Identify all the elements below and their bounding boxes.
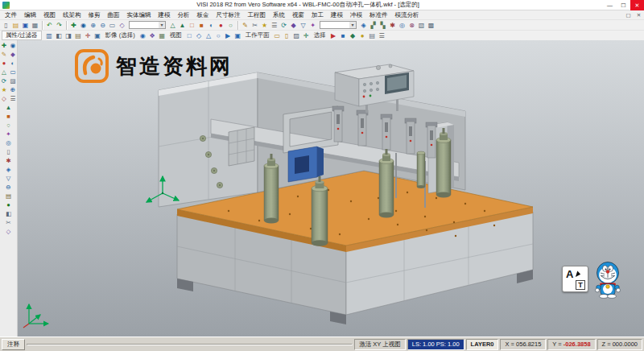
menu-item[interactable]: 修剪 [85,10,104,19]
toolbar-icon[interactable]: ▲ [178,21,187,30]
toolbar-icon[interactable]: ▣ [233,31,242,40]
toolbar-icon[interactable]: ⊕ [89,21,97,30]
toolbar-icon[interactable]: ▯ [283,31,291,40]
toolbar-icon[interactable]: ◨ [64,31,73,40]
menu-item[interactable]: 模流分析 [392,10,423,19]
toolbar-icon[interactable]: △ [0,68,8,76]
toolbar-icon[interactable]: ☰ [9,95,17,103]
toolbar-icon[interactable]: ◎ [5,139,13,147]
toolbar-icon[interactable]: ⊖ [5,184,13,192]
toolbar-icon[interactable]: ◇ [5,228,13,236]
toolbar-icon[interactable]: ◈ [359,21,368,30]
toolbar-icon[interactable]: ◇ [118,21,126,30]
toolbar-icon[interactable]: □ [188,21,196,30]
toolbar-icon[interactable]: ◆ [289,21,298,30]
toolbar-icon[interactable]: ▽ [5,175,13,183]
toolbar-icon[interactable]: ✎ [241,21,250,30]
tab-properties-filter[interactable]: 属性/过滤器 [2,31,42,40]
toolbar-icon[interactable]: ⟳ [279,21,288,30]
toolbar-icon[interactable]: ▨ [9,77,17,85]
toolbar-combobox[interactable]: ▾ [320,21,357,29]
toolbar-icon[interactable]: ▶ [329,31,338,40]
toolbar-icon[interactable]: ◈ [5,166,13,174]
toolbar-icon[interactable]: ▯ [5,148,13,156]
toolbar-icon[interactable]: ▣ [93,31,102,40]
toolbar-icon[interactable]: □ [185,31,194,40]
toolbar-icon[interactable]: ☰ [270,21,279,30]
toolbar-icon[interactable]: ▨ [292,31,301,40]
toolbar-icon[interactable]: ✛ [302,31,311,40]
toolbar-icon[interactable]: ● [0,60,8,68]
toolbar-icon[interactable]: ◐ [207,21,216,30]
toolbar-icon[interactable]: ⊖ [98,21,107,30]
toolbar-icon[interactable]: ◆ [349,31,357,40]
toolbar-icon[interactable]: ◆ [9,51,17,59]
toolbar-icon[interactable]: ▽ [299,21,308,30]
text-tool-t[interactable]: T [576,280,585,290]
toolbar-icon[interactable]: ▤ [11,21,20,30]
toolbar-icon[interactable]: ▥ [45,31,54,40]
menu-item[interactable]: 线架构 [60,10,85,19]
toolbar-icon[interactable]: ● [358,31,367,40]
menu-item[interactable]: 编辑 [21,10,39,19]
annotation-tool-overlay[interactable]: A T [562,266,588,292]
toolbar-icon[interactable]: ☰ [378,31,386,40]
text-tool-a[interactable]: A [566,268,573,280]
menu-item[interactable]: 视图 [40,10,59,19]
toolbar-icon[interactable]: ▦ [31,21,39,30]
toolbar-icon[interactable]: ✦ [5,130,13,138]
menu-item[interactable]: 工程图 [245,10,270,19]
workplane-indicator[interactable]: 激活 XY 上视图 [354,339,406,350]
toolbar-icon[interactable]: ✱ [5,157,13,165]
maximize-button[interactable]: ☐ [617,0,630,10]
toolbar-icon[interactable]: ■ [339,31,348,40]
toolbar-icon[interactable]: △ [168,21,177,30]
toolbar-combobox[interactable]: ▾ [129,21,166,29]
menu-item[interactable]: 建模 [328,10,346,19]
toolbar-icon[interactable]: ▦ [158,31,167,40]
toolbar-icon[interactable]: ● [217,21,225,30]
toolbar-icon[interactable]: ▯ [2,21,10,30]
toolbar-icon[interactable]: ▚ [378,21,387,30]
toolbar-icon[interactable]: ▞ [369,21,378,30]
toolbar-icon[interactable]: ⟳ [0,77,8,85]
toolbar-icon[interactable]: ▩ [427,21,436,30]
menu-item[interactable]: 系统 [270,10,288,19]
toolbar-icon[interactable]: ◧ [55,31,64,40]
toolbar-icon[interactable]: ○ [226,21,235,30]
toolbar-icon[interactable]: ★ [260,21,269,30]
toolbar-icon[interactable]: ↷ [55,21,64,30]
toolbar-icon[interactable]: ◉ [138,31,147,40]
toolbar-icon[interactable]: ▤ [5,192,13,200]
toolbar-icon[interactable]: ✚ [0,42,8,50]
menu-item[interactable]: 尺寸标注 [213,10,244,19]
menu-item[interactable]: 冲模 [347,10,365,19]
toolbar-icon[interactable]: ■ [197,21,206,30]
child-restore-button[interactable]: ▢ [623,10,634,19]
toolbar-icon[interactable]: ▭ [108,21,117,30]
minimize-button[interactable]: — [603,0,617,10]
menu-item[interactable]: 文件 [2,10,20,19]
layer-indicator[interactable]: LAYER0 [466,339,499,350]
menu-item[interactable]: 曲面 [105,10,123,19]
menu-item[interactable]: 加工 [308,10,327,19]
3d-viewport[interactable]: 智造资料网 A T [18,40,644,337]
toolbar-icon[interactable]: ■ [5,113,13,121]
toolbar-icon[interactable]: ◎ [398,21,407,30]
toolbar-icon[interactable]: ✛ [84,31,93,40]
toolbar-icon[interactable]: ✚ [69,21,78,30]
menu-item[interactable]: 建模 [155,10,174,19]
close-button[interactable]: ✕ [630,0,644,10]
toolbar-icon[interactable]: ▣ [21,21,30,30]
toolbar-icon[interactable]: ✂ [250,21,259,30]
toolbar-icon[interactable]: ✂ [5,219,13,227]
toolbar-icon[interactable]: ▶ [224,31,233,40]
menu-item[interactable]: 标准件 [366,10,391,19]
comment-button[interactable]: 注释 [2,339,25,350]
toolbar-icon[interactable]: ❖ [148,31,157,40]
menu-item[interactable]: 实体编辑 [124,10,155,19]
toolbar-icon[interactable]: ⊕ [9,86,17,94]
toolbar-icon[interactable]: ▲ [5,104,13,112]
menu-item[interactable]: 分析 [175,10,193,19]
toolbar-icon[interactable]: ◉ [79,21,88,30]
